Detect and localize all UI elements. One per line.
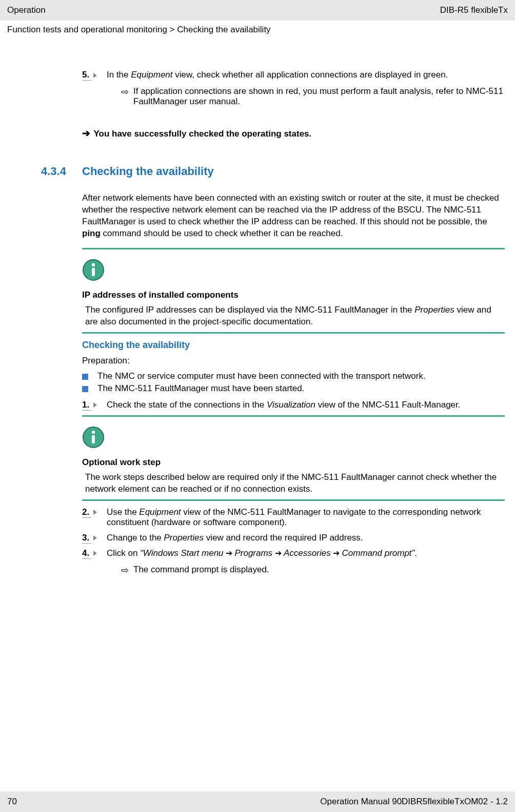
step-2: 2. Use the Equipment view of the NMC-511…	[82, 507, 505, 528]
intro-paragraph: After network elements have been connect…	[82, 192, 505, 240]
breadcrumb: Function tests and operational monitorin…	[0, 21, 515, 39]
note-body: The work steps described below are requi…	[85, 472, 502, 495]
text: The command prompt is displayed.	[133, 565, 505, 576]
step-number: 2.	[82, 507, 107, 528]
result-arrow-icon: ⇨	[121, 565, 133, 576]
info-icon	[82, 259, 105, 281]
bullet-item: The NMC-511 FaultManager must have been …	[82, 383, 505, 394]
preparation-label: Preparation:	[82, 356, 505, 366]
svg-rect-5	[92, 435, 95, 443]
bullet-text: The NMC or service computer must have be…	[97, 371, 505, 381]
text: .	[414, 548, 417, 558]
step-number-text: 1.	[82, 400, 91, 411]
text: Change to the	[107, 533, 164, 543]
step-number-text: 4.	[82, 548, 91, 559]
step-body: Check the state of the connections in th…	[107, 400, 505, 410]
svg-rect-2	[92, 268, 95, 276]
text: view, check whether all application conn…	[173, 70, 448, 80]
result-arrow-icon: ⇨	[121, 86, 133, 107]
text-em: Visualization	[267, 400, 315, 410]
result-text: You have successfully checked the operat…	[93, 129, 311, 139]
step-5: 5. In the Equipment view, check whether …	[82, 70, 505, 107]
text-em: Properties	[414, 305, 454, 315]
page-number: 70	[7, 797, 17, 807]
text: command should be used to check whether …	[101, 228, 343, 238]
text: Check the state of the connections in th…	[107, 400, 267, 410]
step-number-text: 2.	[82, 507, 91, 518]
text-bold: ping	[82, 228, 101, 238]
step-number: 3.	[82, 533, 107, 543]
note-divider-top	[82, 415, 505, 417]
info-icon	[82, 426, 105, 449]
text: view and record the required IP address.	[204, 533, 363, 543]
text-em: Equipment	[131, 70, 172, 80]
step-sub-item: ⇨ The command prompt is displayed.	[107, 565, 505, 576]
step-body: Use the Equipment view of the NMC-511 Fa…	[107, 507, 505, 528]
bullet-icon	[82, 386, 88, 392]
text-em: Properties	[164, 533, 204, 543]
nav-arrow-icon: ➔	[224, 549, 235, 557]
note-divider-bottom	[82, 332, 505, 334]
step-body: Change to the Properties view and record…	[107, 533, 505, 543]
menu-path-part: Accessories	[284, 548, 331, 558]
menu-path-part: Programs	[234, 548, 272, 558]
svg-point-1	[92, 263, 95, 266]
step-arrow-icon	[93, 510, 97, 515]
text: After network elements have been connect…	[82, 193, 499, 226]
page-content: 5. In the Equipment view, check whether …	[0, 39, 515, 591]
step-arrow-icon	[93, 402, 97, 408]
procedure-heading: Checking the availability	[82, 340, 505, 351]
note-divider-top	[82, 248, 505, 249]
step-arrow-icon	[93, 551, 97, 556]
bullet-text: The NMC-511 FaultManager must have been …	[97, 383, 505, 394]
step-number-text: 5.	[82, 70, 91, 81]
step-4: 4. Click on “Windows Start menu ➔ Progra…	[82, 548, 505, 576]
text: Click on	[107, 548, 140, 558]
nav-arrow-icon: ➔	[331, 549, 342, 557]
step-3: 3. Change to the Properties view and rec…	[82, 533, 505, 543]
bullet-icon	[82, 374, 88, 380]
bullet-item: The NMC or service computer must have be…	[82, 371, 505, 381]
step-number: 5.	[82, 70, 107, 107]
page-footer: 70 Operation Manual 90DIBR5flexibleTxOM0…	[0, 791, 515, 812]
menu-path-part: Command prompt	[342, 548, 412, 558]
text: The configured IP addresses can be displ…	[85, 305, 414, 315]
step-1: 1. Check the state of the connections in…	[82, 400, 505, 410]
svg-point-4	[92, 430, 95, 433]
header-section-title: Operation	[7, 5, 46, 15]
footer-manual-id: Operation Manual 90DIBR5flexibleTxOM02 -…	[320, 797, 508, 807]
note-title: Optional work step	[82, 457, 505, 468]
section-number: 4.3.4	[41, 165, 82, 178]
result-line: ➔ You have successfully checked the oper…	[82, 127, 505, 139]
text: If application connections are shown in …	[133, 86, 505, 107]
step-number: 4.	[82, 548, 107, 576]
step-number: 1.	[82, 400, 107, 410]
text-em: Equipment	[139, 507, 181, 517]
step-arrow-icon	[93, 535, 97, 540]
step-arrow-icon	[93, 73, 97, 78]
note-body: The configured IP addresses can be displ…	[85, 304, 502, 328]
text: view of the NMC-511 Fault-Manager.	[315, 400, 461, 410]
step-number-text: 3.	[82, 533, 91, 544]
nav-arrow-icon: ➔	[272, 549, 284, 557]
note-divider-bottom	[82, 499, 505, 501]
step-body: Click on “Windows Start menu ➔ Programs …	[107, 548, 505, 576]
note-title: IP addresses of installed components	[82, 290, 505, 300]
text: Use the	[107, 507, 139, 517]
page-header: Operation DIB-R5 flexibleTx	[0, 0, 515, 21]
step-body: In the Equipment view, check whether all…	[107, 70, 505, 107]
header-product-name: DIB-R5 flexibleTx	[440, 5, 508, 15]
text: In the	[107, 70, 131, 80]
section-title: Checking the availability	[82, 165, 214, 178]
step-sub-item: ⇨ If application connections are shown i…	[107, 86, 505, 107]
section-heading: 4.3.4 Checking the availability	[41, 165, 505, 178]
result-arrow-icon: ➔	[82, 128, 90, 139]
menu-path-part: Windows Start menu	[143, 548, 224, 558]
